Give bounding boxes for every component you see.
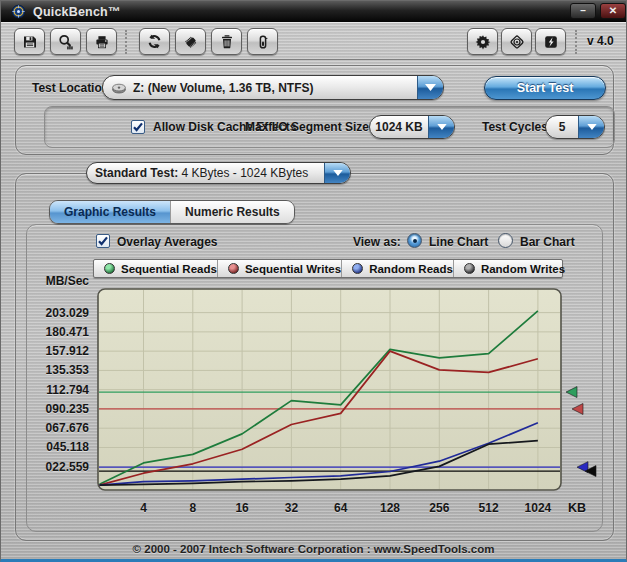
app-icon	[11, 4, 26, 19]
start-test-button[interactable]: Start Test	[484, 76, 606, 100]
version-label: v 4.0	[587, 34, 614, 48]
dropdown-arrow-icon	[428, 116, 454, 138]
y-tick-label: 135.353	[46, 363, 89, 377]
y-tick-label: 067.676	[46, 421, 89, 435]
line-chart	[97, 288, 602, 498]
refresh-icon	[146, 33, 163, 50]
x-tick-label: 512	[467, 501, 511, 515]
legend-orb-icon	[464, 263, 475, 274]
delete-button[interactable]	[211, 28, 242, 55]
y-axis-ticks: 203.029180.471157.912135.353112.794090.2…	[29, 288, 89, 491]
y-tick-label: 180.471	[46, 325, 89, 339]
target-button[interactable]	[501, 28, 532, 55]
save-icon	[22, 34, 38, 50]
test-location-dropdown[interactable]: Z: (New Volume, 1.36 TB, NTFS)	[102, 75, 444, 100]
clear-memory-button[interactable]	[175, 28, 206, 55]
x-tick-label: 32	[269, 501, 313, 515]
legend-label: Sequential Reads	[121, 263, 217, 275]
printer-icon	[94, 34, 110, 50]
footer-copyright: © 2000 - 2007 Intech Software Corporatio…	[1, 543, 626, 555]
chart-plot-area	[97, 288, 602, 498]
close-button[interactable]: ✕	[600, 3, 626, 19]
legend-label: Random Writes	[481, 263, 565, 275]
y-tick-label: 022.559	[46, 460, 89, 474]
line-chart-label: Line Chart	[429, 235, 488, 249]
standard-test-value: 4 KBytes - 1024 KBytes	[181, 166, 308, 180]
minimize-button[interactable]: –	[570, 3, 596, 19]
dropdown-arrow-icon	[417, 76, 443, 99]
test-cycles-label: Test Cycles:	[482, 120, 552, 134]
standard-test-label: Standard Test:	[95, 166, 178, 180]
allow-cache-checkbox[interactable]	[131, 120, 145, 134]
toolbar-separator	[575, 30, 577, 54]
test-cycles-value: 5	[559, 120, 566, 134]
check-icon	[132, 121, 144, 133]
legend-item[interactable]: Random Reads	[341, 260, 453, 277]
y-tick-label: 090.235	[46, 402, 89, 416]
tab-graphic-results[interactable]: Graphic Results	[50, 201, 170, 223]
x-tick-label: 64	[319, 501, 363, 515]
overlay-averages-label: Overlay Averages	[117, 235, 218, 249]
save-button[interactable]	[14, 28, 45, 55]
bar-chart-radio[interactable]	[498, 233, 513, 248]
x-tick-label: 16	[220, 501, 264, 515]
x-tick-label: 1024	[516, 501, 560, 515]
segment-size-value: 1024 KB	[375, 120, 422, 134]
legend-item[interactable]: Sequential Writes	[217, 260, 341, 277]
settings-button[interactable]	[467, 28, 498, 55]
y-tick-label: 157.912	[46, 344, 89, 358]
dropdown-arrow-icon	[578, 116, 604, 138]
dropdown-arrow-icon	[324, 163, 350, 183]
y-axis-unit-label: MB/Sec	[37, 274, 89, 288]
legend-orb-icon	[104, 263, 115, 274]
disk-icon	[111, 81, 127, 95]
title-bar[interactable]: QuickBench™ – ✕	[1, 1, 626, 22]
legend-label: Random Reads	[369, 263, 453, 275]
chart-legend: Sequential ReadsSequential WritesRandom …	[93, 259, 563, 278]
print-button[interactable]	[86, 28, 117, 55]
x-axis-ticks: 481632641282565121024	[97, 501, 562, 517]
drive-gauge-icon	[255, 34, 271, 50]
y-tick-label: 045.118	[46, 440, 89, 454]
legend-orb-icon	[228, 263, 239, 274]
view-as-label: View as:	[353, 235, 401, 249]
toolbar-separator	[125, 30, 127, 54]
app-window: QuickBench™ – ✕	[0, 0, 627, 562]
y-tick-label: 203.029	[46, 306, 89, 320]
trash-icon	[219, 34, 235, 50]
drive-test-button[interactable]	[247, 28, 278, 55]
x-tick-label: 128	[368, 501, 412, 515]
x-tick-label: 4	[122, 501, 166, 515]
standard-test-dropdown[interactable]: Standard Test: 4 KBytes - 1024 KBytes	[86, 162, 351, 184]
test-location-label: Test Location:	[32, 81, 113, 95]
test-location-value: Z: (New Volume, 1.36 TB, NTFS)	[133, 81, 313, 95]
overlay-averages-checkbox[interactable]	[96, 234, 110, 248]
cache-options-group: Allow Disk Cache Effects Max I/O Segment…	[44, 106, 615, 148]
compass-target-icon	[509, 34, 525, 50]
line-chart-radio[interactable]	[407, 233, 422, 248]
window-title: QuickBench™	[33, 5, 121, 19]
legend-item[interactable]: Random Writes	[453, 260, 565, 277]
toolbar: v 4.0	[1, 22, 626, 60]
legend-item[interactable]: Sequential Reads	[94, 260, 217, 277]
results-tabs: Graphic Results Numeric Results	[49, 200, 295, 224]
legend-orb-icon	[352, 263, 363, 274]
memory-chip-icon	[183, 34, 199, 50]
refresh-button[interactable]	[139, 28, 170, 55]
legend-label: Sequential Writes	[245, 263, 341, 275]
x-tick-label: 8	[171, 501, 215, 515]
test-setup-panel: Test Location: Z: (New Volume, 1.36 TB, …	[15, 65, 614, 155]
check-icon	[97, 235, 109, 247]
segment-size-dropdown[interactable]: 1024 KB	[369, 115, 455, 139]
lightning-help-icon	[543, 34, 559, 50]
x-tick-label: 256	[417, 501, 461, 515]
magnifier-chart-icon	[58, 34, 74, 50]
zoom-results-button[interactable]	[50, 28, 81, 55]
y-tick-label: 112.794	[46, 383, 89, 397]
tab-numeric-results[interactable]: Numeric Results	[170, 201, 294, 223]
quick-help-button[interactable]	[535, 28, 566, 55]
test-cycles-dropdown[interactable]: 5	[545, 115, 605, 139]
bar-chart-label: Bar Chart	[520, 235, 575, 249]
x-axis-unit-label: KB	[568, 501, 586, 515]
gear-icon	[475, 34, 491, 50]
